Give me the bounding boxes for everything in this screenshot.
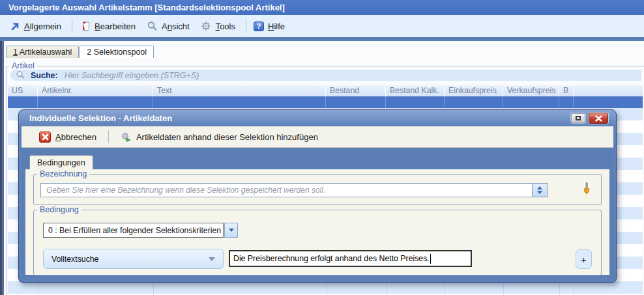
criteria-value-input[interactable]: Die Preisberechnung erfolgt anhand des N… [229,250,472,267]
text-caret [430,254,431,264]
add-articles-button[interactable]: Artikeldaten anhand dieser Selektion hin… [117,130,322,145]
search-label: Suche: [31,71,58,80]
cancel-x-icon [39,132,51,143]
table-header-row: US Artikelnr. Text Bestand Bestand Kalk.… [8,85,643,96]
column-header-filler [574,85,643,96]
menu-label: Allgemein [24,21,61,31]
individual-selection-dialog: Individuelle Selektion - Artikeldaten Ab… [18,109,617,283]
menu-separator [72,19,72,33]
application-window: Vorgelagerte Auswahl Artikelstamm [Stand… [0,0,644,295]
condition-mode-select[interactable]: 0 : Bei Erfüllen aller folgender Selekti… [43,223,224,238]
menu-separator [246,19,246,33]
tab-label: 1 Artikelauswahl [13,48,72,57]
menu-label: Ansicht [162,21,190,31]
spinner-up-icon [537,186,542,190]
chevron-down-icon [209,257,215,261]
menu-item-tools[interactable]: Tools [197,19,242,34]
toolbar-separator [108,130,109,143]
column-header-verkaufspreis[interactable]: Verkaufspreis [503,85,559,96]
bedingung-groupbox: Bedingung 0 : Bei Erfüllen aller folgend… [33,210,602,275]
menu-label: Hilfe [268,21,285,31]
criteria-type-select[interactable]: Volltextsuche [43,249,224,269]
condition-mode-dropdown-button[interactable] [224,223,238,238]
column-header-artikelnr[interactable]: Artikelnr. [38,85,153,96]
column-header-einkaufspreis[interactable]: Einkaufspreis [445,85,503,96]
dialog-toolbar: Abbrechen Artikeldaten anhand dieser Sel… [22,126,613,148]
dialog-restore-button[interactable] [571,113,585,123]
cancel-button[interactable]: Abbrechen [35,130,100,145]
column-header-b[interactable]: B [559,85,574,96]
bezeichnung-groupbox: Bezeichnung [33,174,602,205]
criteria-type-value: Volltextsuche [51,255,98,264]
column-header-bestand[interactable]: Bestand [326,85,386,96]
gear-icon [201,21,212,32]
add-condition-button[interactable]: + [576,249,592,269]
tab-label: 2 Selektionspool [87,48,147,57]
dialog-titlebar: Individuelle Selektion - Artikeldaten [19,110,616,126]
dialog-close-button[interactable] [589,113,608,124]
save-selection-gear-icon[interactable] [581,182,592,195]
column-header-bestand-kalk[interactable]: Bestand Kalk. [386,85,445,96]
dialog-body: Abbrechen Artikeldaten anhand dieser Sel… [22,126,613,278]
column-header-text[interactable]: Text [153,85,326,96]
gear-add-icon [121,132,132,143]
spinner-down-icon [537,191,542,194]
menu-item-ansicht[interactable]: Ansicht [143,19,197,34]
tab-artikelauswahl[interactable]: 1 Artikelauswahl [6,46,79,58]
tab-label: Bedingungen [37,158,85,167]
menu-item-allgemein[interactable]: Allgemein [5,19,68,34]
edit-document-icon [80,21,91,32]
tab-selektionspool[interactable]: 2 Selektionspool [80,46,154,58]
search-placeholder: Hier Suchbegriff eingeben (STRG+S) [65,71,199,80]
help-icon: ? [254,21,264,31]
menu-item-bearbeiten[interactable]: Bearbeiten [76,19,143,34]
bedingungen-panel: Bezeichnung Bedingung 0 : Bei Erfüllen a… [25,169,609,275]
close-icon [595,115,602,122]
chevron-down-icon [229,229,234,232]
menu-item-hilfe[interactable]: ? Hilfe [250,20,292,33]
bezeichnung-group-label: Bezeichnung [37,169,89,178]
tab-bedingungen[interactable]: Bedingungen [29,155,93,169]
menu-bar: Allgemein Bearbeiten Ansicht Tools ? Hil… [0,15,644,37]
magnifier-icon [147,21,158,32]
window-title: Vorgelagerte Auswahl Artikelstamm [Stand… [8,3,285,12]
dialog-title: Individuelle Selektion - Artikeldaten [29,113,571,123]
plus-label: + [581,254,587,265]
arrow-up-right-icon [9,21,20,32]
bedingung-group-label: Bedingung [37,205,81,214]
bezeichnung-spinner[interactable] [532,183,548,197]
column-header-us[interactable]: US [8,85,38,96]
menu-label: Tools [216,21,235,31]
table-row-selected[interactable] [8,96,643,108]
article-search-input[interactable]: Suche: Hier Suchbegriff eingeben (STRG+S… [10,70,641,81]
main-tabstrip: 1 Artikelauswahl 2 Selektionspool [6,46,154,58]
menu-label: Bearbeiten [95,21,136,31]
cancel-label: Abbrechen [55,132,96,142]
toolbar-divider [0,37,644,41]
window-left-frame [0,41,4,295]
criteria-value-text: Die Preisberechnung erfolgt anhand des N… [233,254,430,263]
restore-icon [576,116,581,120]
bezeichnung-input[interactable] [40,183,532,197]
window-titlebar: Vorgelagerte Auswahl Artikelstamm [Stand… [0,0,644,15]
artikel-group-label: Artikel [9,61,37,70]
search-icon [15,70,26,81]
add-articles-label: Artikeldaten anhand dieser Selektion hin… [136,132,318,142]
condition-mode-value: 0 : Bei Erfüllen aller folgender Selekti… [48,226,221,235]
